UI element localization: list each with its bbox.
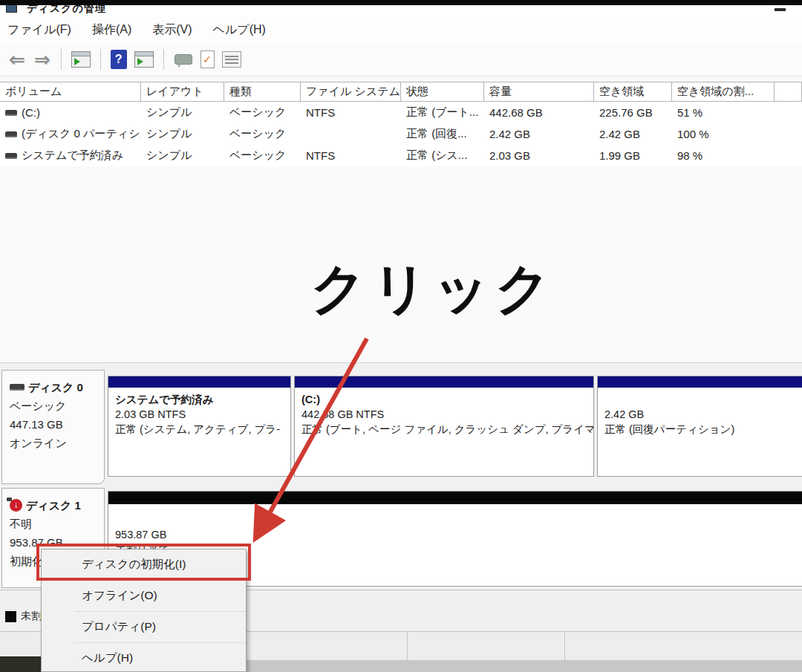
- unallocated-legend-swatch: [5, 611, 16, 622]
- help-icon[interactable]: ?: [111, 50, 127, 69]
- disk0-label-panel[interactable]: ディスク 0 ベーシック 447.13 GB オンライン: [1, 370, 105, 484]
- volume-row-c[interactable]: (C:) シンプル ベーシック NTFS 正常 (ブート... 442.68 G…: [0, 102, 802, 123]
- menu-help[interactable]: ヘルプ(H): [203, 16, 276, 43]
- menu-bar: ファイル(F) 操作(A) 表示(V) ヘルプ(H): [0, 16, 802, 43]
- minimize-button[interactable]: [775, 8, 786, 11]
- menu-item-properties[interactable]: プロパティ(P): [42, 612, 246, 642]
- unallocated-color-bar: [108, 492, 802, 505]
- partition-system-reserved[interactable]: システムで予約済み 2.03 GB NTFS 正常 (システム, アクティブ, …: [108, 376, 291, 477]
- col-status[interactable]: 状態: [401, 82, 484, 101]
- toolbar-separator: [61, 49, 62, 70]
- back-icon[interactable]: ⇐: [9, 50, 25, 69]
- partition-color-bar: [598, 376, 802, 388]
- volume-row-system-reserved[interactable]: システムで予約済み シンプル ベーシック NTFS 正常 (シス... 2.03…: [0, 145, 802, 166]
- click-annotation-text: クリック: [310, 252, 556, 327]
- volume-list-header: ボリューム レイアウト 種類 ファイル システム 状態 容量 空き領域 空き領域…: [0, 82, 802, 102]
- col-layout[interactable]: レイアウト: [141, 82, 224, 101]
- partition-recovery[interactable]: 2.42 GB 正常 (回復パーティション): [597, 376, 802, 477]
- menu-file[interactable]: ファイル(F): [0, 16, 82, 43]
- red-highlight-box: [36, 544, 251, 581]
- console-window-icon[interactable]: [71, 51, 91, 68]
- disk-icon: [10, 384, 25, 391]
- disk0-status: オンライン: [10, 434, 104, 452]
- window-title: ディスクの管理: [27, 5, 106, 16]
- col-free-pct[interactable]: 空き領域の割...: [672, 82, 775, 101]
- volume-icon: [5, 153, 17, 159]
- partition-c-drive[interactable]: (C:) 442.68 GB NTFS 正常 (ブート, ページ ファイル, ク…: [294, 376, 594, 477]
- disk0-type: ベーシック: [10, 397, 104, 415]
- disk-error-icon: ↓: [10, 499, 22, 512]
- forward-icon[interactable]: ⇒: [34, 50, 50, 69]
- menu-view[interactable]: 表示(V): [142, 16, 202, 43]
- volume-list: ボリューム レイアウト 種類 ファイル システム 状態 容量 空き領域 空き領域…: [0, 82, 802, 166]
- partition-color-bar: [108, 376, 290, 388]
- title-bar-top-edge: [0, 0, 802, 5]
- title-bar: ディスクの管理: [0, 5, 802, 16]
- menu-item-help[interactable]: ヘルプ(H): [42, 643, 246, 672]
- toolbar-separator: [100, 49, 101, 70]
- app-icon: [6, 5, 17, 13]
- disk-management-screenshot: ディスクの管理 ファイル(F) 操作(A) 表示(V) ヘルプ(H) ⇐ ⇒ ?…: [0, 0, 802, 672]
- partition-color-bar: [295, 376, 593, 388]
- toolbar-separator: [163, 49, 164, 70]
- disk1-type: 不明: [10, 515, 104, 533]
- col-extra: [775, 82, 802, 101]
- disk-bubble-icon[interactable]: [175, 54, 192, 65]
- col-capacity[interactable]: 容量: [484, 82, 594, 101]
- volume-icon: [5, 131, 17, 137]
- disk0-size: 447.13 GB: [10, 415, 104, 434]
- col-type[interactable]: 種類: [224, 82, 301, 101]
- status-bar-divider: [564, 632, 565, 661]
- col-filesystem[interactable]: ファイル システム: [301, 82, 401, 101]
- toolbar: ⇐ ⇒ ? ✓: [0, 43, 802, 76]
- status-bar-divider: [407, 632, 408, 661]
- menu-action[interactable]: 操作(A): [82, 16, 142, 43]
- document-check-icon[interactable]: ✓: [200, 50, 215, 68]
- properties-list-icon[interactable]: [222, 51, 241, 68]
- desktop-fragment: [0, 656, 43, 672]
- volume-row-recovery[interactable]: (ディスク 0 パーティシ... シンプル ベーシック 正常 (回復... 2.…: [0, 123, 802, 145]
- volume-icon: [5, 110, 17, 116]
- menu-item-offline[interactable]: オフライン(O): [42, 581, 246, 611]
- console-tree-icon[interactable]: [134, 51, 154, 68]
- col-volume[interactable]: ボリューム: [0, 82, 141, 101]
- col-free[interactable]: 空き領域: [594, 82, 672, 101]
